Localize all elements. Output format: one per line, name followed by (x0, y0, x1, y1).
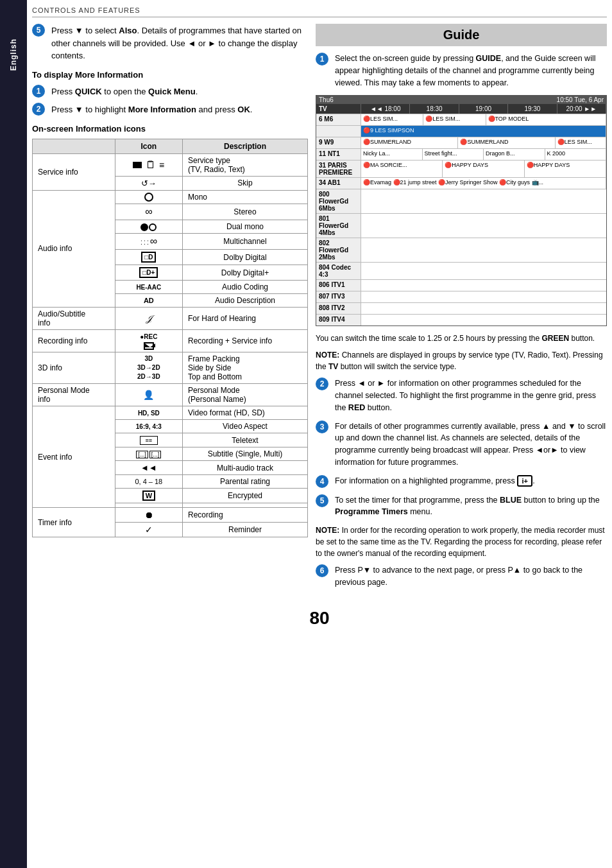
page-header: CONTROLS AND FEATURES (32, 6, 607, 17)
desc-empty (183, 503, 308, 508)
guide-channel-row-808: 808 ITV2 (316, 302, 606, 314)
info-plus-icon: i+ (517, 475, 532, 487)
icon-stereo: ∞ (115, 204, 182, 220)
icon-reminder: ✓ (115, 523, 182, 537)
channel-name-paris: 31 PARIS PREMIERE (316, 161, 361, 177)
category-audio-subtitle: Audio/Subtitleinfo (33, 308, 115, 330)
display-step-2-num: 2 (32, 103, 45, 116)
programs-800 (361, 189, 606, 213)
table-header-category (33, 139, 115, 153)
prog: 🔴SUMMERLAND (458, 137, 555, 148)
step-5-text: Press ▼ to select Also. Details of progr… (51, 24, 308, 62)
category-personal-mode: Personal Modeinfo (33, 384, 115, 406)
icon-hd-sd: HD, SD (115, 406, 182, 420)
programs-801 (361, 214, 606, 238)
prog: K 2000 (545, 149, 607, 160)
step-5-item: 5 Press ▼ to select Also. Details of pro… (32, 24, 308, 62)
table-row: 3D info 3D3D→2D2D→3D Frame PackingSide b… (33, 352, 308, 384)
guide-step-2-num: 2 (316, 378, 328, 390)
icon-3d: 3D3D→2D2D→3D (115, 352, 182, 384)
programs-6m6: 🔴LES SIM... 🔴LES SIM... 🔴TOP MODEL (361, 114, 606, 125)
guide-step-2-text: Press ◄ or ► for information on other pr… (335, 378, 607, 413)
guide-grid: Thu6 10:50 Tue, 6 Apr TV ◄◄ 18:00 18:30 … (316, 95, 607, 326)
icon-recording: ●REC (115, 330, 182, 352)
guide-note-1: You can switch the time scale to 1.25 or… (316, 333, 607, 344)
guide-step-5-text: To set the timer for that programme, pre… (335, 494, 607, 519)
channel-name-807: 807 ITV3 (316, 291, 361, 302)
right-column: Guide 1 Select the on-screen guide by pr… (316, 24, 607, 595)
channel-name-ab1: 34 AB1 (316, 178, 361, 189)
guide-step-5-num: 5 (316, 494, 328, 507)
channel-name-806: 806 ITV1 (316, 280, 361, 291)
guide-step-6: 6 Press P▼ to advance to the next page, … (316, 564, 607, 589)
guide-channel-row-w9: 9 W9 🔴SUMMERLAND 🔴SUMMERLAND 🔴LES SIM... (316, 137, 606, 148)
table-row: Recording info ●REC Recording + Service … (33, 330, 308, 352)
desc-dual-mono: Dual mono (183, 220, 308, 234)
programs-808 (361, 303, 606, 314)
table-row: Timer info ⏺ Recording (33, 508, 308, 523)
guide-step-6-text: Press P▼ to advance to the next page, or… (335, 564, 607, 589)
channel-name-nt1: 11 NT1 (316, 149, 361, 160)
desc-hd-sd: Video format (HD, SD) (183, 406, 308, 420)
desc-stereo: Stereo (183, 204, 308, 220)
guide-step-4: 4 For information on a highlighted progr… (316, 475, 607, 488)
guide-step-6-num: 6 (316, 564, 328, 577)
channel-name-6m6: 6 M6 (316, 114, 361, 125)
sidebar-language-label: English (9, 39, 18, 71)
guide-channel-row-ab1: 34 AB1 🔴Evamag 🔴21 jump street 🔴Jerry Sp… (316, 177, 606, 189)
desc-skip: Skip (183, 176, 308, 190)
icon-ad: AD (115, 294, 182, 308)
icon-dolby-digital: □D (115, 250, 182, 265)
prog: 🔴HAPPY DAYS (443, 161, 524, 177)
icon-personal-mode: 👤 (115, 384, 182, 406)
guide-top-bar: Thu6 10:50 Tue, 6 Apr (316, 96, 606, 104)
desc-service-type: Service type(TV, Radio, Text) (183, 153, 308, 176)
guide-step-5: 5 To set the timer for that programme, p… (316, 494, 607, 519)
guide-step-3-num: 3 (316, 421, 328, 433)
programs-nt1: Nicky La... Street fight... Dragon B... … (361, 149, 606, 160)
desc-timer-recording: Recording (183, 508, 308, 523)
desc-reminder: Reminder (183, 523, 308, 537)
table-row: Service info 🗒 ≡ Service type(TV, Radio,… (33, 153, 308, 176)
desc-aspect: Video Aspect (183, 420, 308, 433)
channel-name-w9: 9 W9 (316, 137, 361, 148)
time-1: ◄◄ 18:00 (361, 104, 410, 114)
prog-highlight: 🔴9 LES SIMPSON (361, 126, 606, 137)
two-column-layout: 5 Press ▼ to select Also. Details of pro… (32, 24, 607, 595)
desc-dolby-digital: Dolby Digital (183, 250, 308, 265)
prog: Dragon B... (484, 149, 545, 160)
guide-channel-row-801: 801 FlowerGd 4Mbs (316, 213, 606, 238)
icon-timer-recording: ⏺ (115, 508, 182, 523)
guide-step-3: 3 For details of other programmes curren… (316, 421, 607, 469)
guide-times: ◄◄ 18:00 18:30 19:00 19:30 20:00 ►► (361, 104, 606, 114)
guide-step-2: 2 Press ◄ or ► for information on other … (316, 378, 607, 413)
channel-name-804: 804 Codec 4:3 (316, 263, 361, 279)
icon-encrypted: W (115, 489, 182, 503)
table-row: Event info HD, SD Video format (HD, SD) (33, 406, 308, 420)
guide-channel-row-les-simpson: 🔴9 LES SIMPSON (316, 125, 606, 137)
guide-channel-row-6m6: 6 M6 🔴LES SIM... 🔴LES SIM... 🔴TOP MODEL (316, 114, 606, 125)
table-header-description: Description (183, 139, 308, 153)
prog: 🔴Evamag 🔴21 jump street 🔴Jerry Springer … (361, 178, 606, 189)
programs-paris: 🔴MA SORCIE... 🔴HAPPY DAYS 🔴HAPPY DAYS (361, 161, 606, 177)
programs-les-simpson: 🔴9 LES SIMPSON (361, 126, 606, 137)
guide-step-1: 1 Select the on-screen guide by pressing… (316, 53, 607, 89)
guide-channel-row-paris: 31 PARIS PREMIERE 🔴MA SORCIE... 🔴HAPPY D… (316, 160, 606, 177)
programs-807 (361, 291, 606, 302)
icon-aspect: 16:9, 4:3 (115, 420, 182, 433)
guide-note-3: NOTE: In order for the recording operati… (316, 525, 607, 559)
table-row: Audio info Mono (33, 190, 308, 204)
guide-step-1-num: 1 (316, 53, 328, 65)
page-number: 80 (32, 608, 607, 635)
sidebar: English (0, 0, 27, 868)
channel-name-809: 809 ITV4 (316, 315, 361, 326)
display-step-1-num: 1 (32, 85, 45, 98)
icon-mono (115, 190, 182, 204)
section-display-info-heading: To display More Information (32, 70, 308, 80)
programs-ab1: 🔴Evamag 🔴21 jump street 🔴Jerry Springer … (361, 178, 606, 189)
prog: 🔴LES SIM... (423, 114, 486, 125)
guide-time-row: TV ◄◄ 18:00 18:30 19:00 19:30 20:00 ►► (316, 104, 606, 114)
guide-step-3-text: For details of other programmes currentl… (335, 421, 607, 469)
desc-personal-mode: Personal Mode(Personal Name) (183, 384, 308, 406)
desc-dolby-digital-plus: Dolby Digital+ (183, 265, 308, 281)
